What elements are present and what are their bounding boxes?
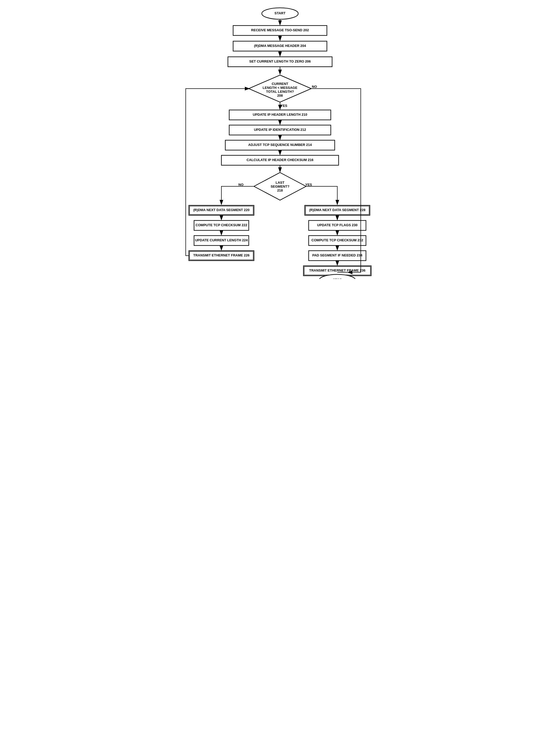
label-212: UPDATE IP IDENTIFICATION 212 bbox=[254, 128, 306, 132]
no-label-208: NO bbox=[312, 85, 317, 89]
diamond-208-line2: LENGTH < MESSAGE bbox=[263, 86, 297, 90]
label-204: (R)DMA MESSAGE HEADER 204 bbox=[254, 44, 306, 48]
label-234: PAD SEGMENT IF NEEDED 234 bbox=[312, 253, 363, 257]
diamond-218-line1: LAST bbox=[276, 181, 284, 184]
stop-label: STOP bbox=[333, 278, 342, 279]
label-202: RECEIVE MESSAGE TSO-SEND 202 bbox=[251, 28, 309, 32]
diamond-208-line3: TOTAL LENGTH? bbox=[266, 90, 294, 94]
label-224: UPDATE CURRENT LENGTH 224 bbox=[195, 238, 248, 242]
label-222: COMPUTE TCP CHECKSUM 222 bbox=[196, 223, 247, 227]
label-230: UPDATE TCP FLAGS 230 bbox=[317, 223, 358, 227]
label-232: COMPUTE TCP CHECKSUM 232 bbox=[312, 238, 363, 242]
label-214: ADJUST TCP SEQUENCE NUMBER 214 bbox=[248, 143, 312, 147]
line-yes-218 bbox=[306, 186, 337, 204]
label-216: CALCULATE IP HEADER CHECKSUM 216 bbox=[247, 158, 314, 162]
diamond-218-num: 218 bbox=[277, 188, 283, 192]
flowchart-container: START RECEIVE MESSAGE TSO-SEND 202 (R)DM… bbox=[181, 5, 379, 280]
diamond-218-line2: SEGMENT? bbox=[271, 184, 289, 188]
start-label: START bbox=[275, 11, 285, 15]
label-228: (R)DMA NEXT DATA SEGMENT 228 bbox=[309, 208, 365, 212]
diamond-208-num: 208 bbox=[277, 94, 283, 97]
label-236: TRANSMIT ETHERNET FRAME 236 bbox=[309, 268, 365, 272]
line-no-218 bbox=[221, 186, 254, 204]
label-210: UPDATE IP HEADER LENGTH 210 bbox=[253, 113, 307, 117]
label-206: SET CURRENT LENGTH TO ZERO 206 bbox=[249, 59, 311, 63]
label-220: (R)DMA NEXT DATA SEGMENT 220 bbox=[193, 208, 249, 212]
yes-label-208: YES bbox=[281, 104, 287, 107]
label-226: TRANSMIT ETHERNET FRAME 226 bbox=[193, 253, 249, 257]
diamond-208-line1: CURRENT bbox=[272, 82, 288, 86]
